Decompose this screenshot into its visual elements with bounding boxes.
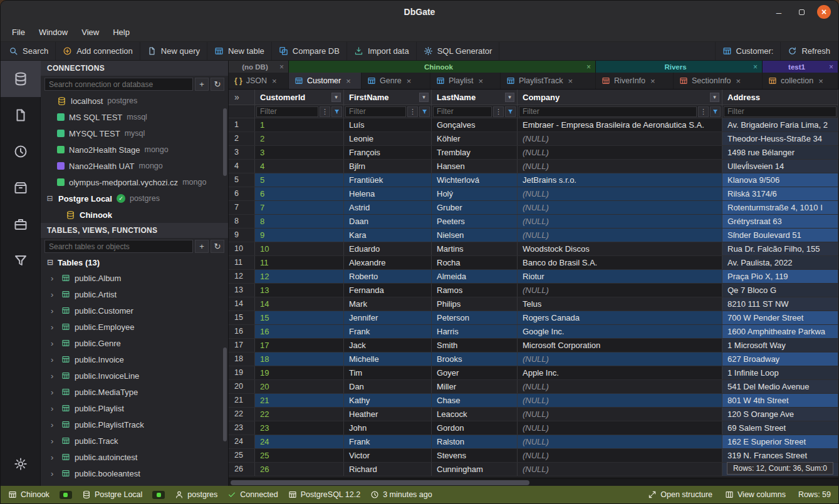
expand-chevron-icon[interactable]: ›: [51, 420, 57, 429]
expand-chevron-icon[interactable]: ›: [51, 306, 57, 316]
menu-file[interactable]: File: [6, 26, 31, 39]
row-number[interactable]: 20: [229, 380, 255, 393]
sql-generator-button[interactable]: SQL Generator: [417, 42, 500, 60]
grid-cell[interactable]: (NULL): [518, 408, 722, 421]
expand-chevron-icon[interactable]: ›: [51, 355, 57, 364]
grid-cell[interactable]: Av. Paulista, 2022: [722, 256, 838, 269]
grid-cell[interactable]: 12: [255, 270, 344, 283]
sidebar-scrollbar[interactable]: [223, 108, 227, 176]
grid-cell[interactable]: Dan: [344, 380, 432, 393]
grid-cell[interactable]: Helena: [344, 187, 432, 200]
horizontal-scrollbar[interactable]: [229, 478, 838, 486]
grid-cell[interactable]: (NULL): [518, 449, 722, 462]
rail-archive[interactable]: [1, 170, 41, 206]
import-data-button[interactable]: Import data: [347, 42, 417, 60]
tables-scrollbar[interactable]: [223, 347, 227, 441]
filter-options-button[interactable]: ⋮: [698, 106, 709, 117]
table-public-mediatype[interactable]: ›public.MediaType: [41, 384, 228, 400]
grid-cell[interactable]: Frank: [344, 435, 432, 448]
row-number[interactable]: 16: [229, 325, 255, 338]
filter-funnel-button[interactable]: [505, 106, 516, 117]
expand-chevron-icon[interactable]: ›: [51, 453, 57, 462]
status-open-structure[interactable]: Open structure: [648, 490, 712, 499]
grid-cell[interactable]: 162 E Superior Street: [722, 435, 838, 448]
table-public-playlisttrack[interactable]: ›public.PlaylistTrack: [41, 416, 228, 433]
grid-cell[interactable]: 801 W 4th Street: [722, 394, 838, 407]
tab-playlist[interactable]: Playlist×: [430, 73, 501, 89]
grid-cell[interactable]: Av. Brigadeiro Faria Lima, 2: [722, 118, 838, 131]
row-number[interactable]: 18: [229, 352, 255, 366]
table-public-genre[interactable]: ›public.Genre: [41, 335, 228, 351]
grid-cell[interactable]: Heather: [344, 408, 432, 421]
row-number[interactable]: 17: [229, 339, 255, 352]
grid-cell[interactable]: 6: [255, 187, 344, 200]
maximize-button[interactable]: [795, 5, 808, 19]
status-3-minutes-ago[interactable]: 3 minutes ago: [370, 490, 432, 499]
grid-cell[interactable]: 1498 rue Bélanger: [722, 146, 838, 159]
rail-settings[interactable]: [1, 446, 41, 482]
grid-cell[interactable]: Mark: [344, 297, 432, 311]
expand-all-button[interactable]: »: [229, 90, 255, 105]
rail-files[interactable]: [1, 97, 41, 133]
grid-cell[interactable]: Goyer: [432, 366, 518, 379]
grid-cell[interactable]: Brooks: [432, 352, 518, 366]
grid-cell[interactable]: (NULL): [518, 201, 722, 214]
tables-search-input[interactable]: [44, 240, 193, 253]
connection-postgre-local[interactable]: ⊟Postgre Local✓postgres: [41, 190, 228, 207]
grid-cell[interactable]: Rocha: [432, 256, 518, 269]
compare-db-button[interactable]: Compare DB: [272, 42, 347, 60]
grid-cell[interactable]: (NULL): [518, 394, 722, 407]
row-number[interactable]: 26: [229, 463, 255, 476]
row-number[interactable]: 13: [229, 284, 255, 297]
grid-cell[interactable]: (NULL): [518, 435, 722, 448]
grid-cell[interactable]: 1: [255, 118, 344, 131]
grid-cell[interactable]: Frank: [344, 325, 432, 338]
grid-cell[interactable]: Rogers Canada: [518, 311, 722, 324]
grid-cell[interactable]: Harris: [432, 325, 518, 338]
grid-cell[interactable]: Bjſrn: [344, 160, 432, 173]
grid-cell[interactable]: Peeters: [432, 215, 518, 228]
grid-cell[interactable]: Daan: [344, 215, 432, 228]
dbgroup-rivers[interactable]: Rivers×: [596, 61, 763, 73]
grid-cell[interactable]: 16: [255, 325, 344, 338]
refresh-tables-button[interactable]: ↻: [211, 240, 224, 253]
grid-cell[interactable]: 17: [255, 339, 344, 352]
grid-cell[interactable]: Michelle: [344, 352, 432, 366]
grid-cell[interactable]: Microsoft Corporation: [518, 339, 722, 352]
grid-cell[interactable]: Astrid: [344, 201, 432, 214]
grid-cell[interactable]: Qe 7 Bloco G: [722, 284, 838, 297]
status-rows-59[interactable]: Rows: 59: [798, 490, 831, 499]
grid-cell[interactable]: (NULL): [518, 215, 722, 228]
table-public-booleantest[interactable]: ›public.booleantest: [41, 465, 228, 481]
grid-cell[interactable]: 9: [255, 229, 344, 242]
grid-cell[interactable]: Cunningham: [432, 463, 518, 476]
tables-group-row[interactable]: ⊟ Tables (13): [41, 255, 228, 270]
grid-cell[interactable]: 20: [255, 380, 344, 393]
grid-cell[interactable]: François: [344, 146, 432, 159]
grid-cell[interactable]: (NULL): [518, 229, 722, 242]
grid-cell[interactable]: 19: [255, 366, 344, 379]
table-public-customer[interactable]: ›public.Customer: [41, 302, 228, 319]
grid-cell[interactable]: Ralston: [432, 435, 518, 448]
tab-customer[interactable]: Customer×: [289, 73, 362, 89]
collapse-icon[interactable]: ⊟: [47, 258, 53, 267]
grid-cell[interactable]: Alexandre: [344, 256, 432, 269]
grid-cell[interactable]: Holý: [432, 187, 518, 200]
filter-input-customerid[interactable]: [256, 106, 318, 117]
close-icon[interactable]: ×: [586, 63, 591, 71]
row-number[interactable]: 5: [229, 173, 255, 187]
grid-cell[interactable]: 21: [255, 394, 344, 407]
rail-plugins[interactable]: [1, 206, 41, 242]
tab-json[interactable]: { }JSON×: [229, 73, 289, 89]
refresh-connections-button[interactable]: ↻: [211, 78, 224, 91]
grid-cell[interactable]: 4: [255, 160, 344, 173]
grid-cell[interactable]: Banco do Brasil S.A.: [518, 256, 722, 269]
grid-cell[interactable]: 26: [255, 463, 344, 476]
connection-nano2health-uat[interactable]: Nano2Health UATmongo: [41, 158, 228, 174]
row-number[interactable]: 7: [229, 201, 255, 214]
column-menu-button[interactable]: ▾: [419, 93, 429, 102]
minimize-button[interactable]: –: [772, 5, 786, 19]
row-number[interactable]: 1: [229, 118, 255, 131]
filter-input-company[interactable]: [519, 106, 697, 117]
add-table-mini-button[interactable]: +: [195, 240, 209, 253]
